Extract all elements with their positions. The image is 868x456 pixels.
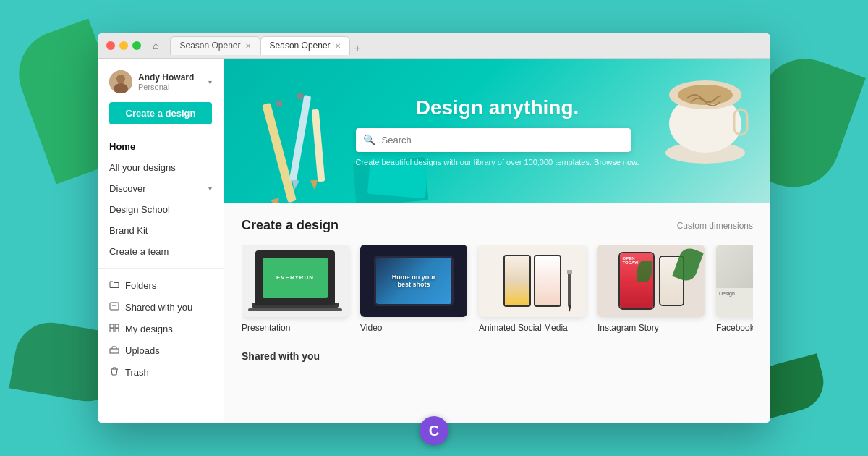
shared-section: Shared with you: [224, 347, 770, 381]
nav-label: Discover: [109, 183, 146, 194]
svg-rect-23: [568, 270, 571, 306]
tab-close-icon[interactable]: ✕: [335, 42, 341, 50]
browser-window: ⌂ Season Opener ✕ Season Opener ✕ +: [98, 33, 770, 423]
phone-landscape: Home on yourbest shots: [374, 256, 454, 306]
design-cards-list: EVERYRUN Presentation: [242, 245, 753, 333]
user-profile[interactable]: Andy Howard Personal ▾: [98, 67, 224, 102]
svg-marker-17: [310, 180, 318, 191]
design-card-social[interactable]: Animated Social Media: [479, 245, 586, 333]
card-thumbnail: OPENTODAY!: [597, 245, 705, 317]
user-info: Andy Howard Personal: [138, 72, 203, 91]
design-card-video[interactable]: Home on yourbest shots Video: [360, 245, 467, 333]
sidebar: Andy Howard Personal ▾ Create a design H…: [98, 59, 224, 423]
browser-tabs: Season Opener ✕ Season Opener ✕ +: [170, 36, 365, 55]
coffee-decoration: [655, 59, 756, 167]
nav-label: My designs: [125, 324, 173, 334]
nav-label: Trash: [125, 367, 149, 378]
design-card-facebook[interactable]: Design Facebook Po: [716, 245, 753, 333]
svg-rect-9: [110, 349, 119, 353]
browser-tab-1[interactable]: Season Opener ✕: [170, 36, 260, 55]
main-content: Design anything. 🔍 Create beautiful desi…: [224, 59, 770, 423]
chevron-down-icon: ▾: [208, 185, 212, 193]
phone-screen-1: [505, 256, 529, 305]
trash-icon: [109, 366, 119, 379]
sidebar-item-all-designs[interactable]: All your designs: [98, 157, 224, 178]
custom-dimensions-link[interactable]: Custom dimensions: [677, 221, 753, 231]
browser-content: Andy Howard Personal ▾ Create a design H…: [98, 59, 770, 423]
card-label: Presentation: [242, 323, 349, 333]
sidebar-item-discover[interactable]: Discover ▾: [98, 178, 224, 199]
nav-label: Uploads: [125, 345, 160, 356]
hero-title: Design anything.: [356, 96, 639, 119]
shared-section-title: Shared with you: [242, 350, 753, 362]
home-tab-icon[interactable]: ⌂: [153, 40, 158, 51]
search-container: 🔍: [356, 128, 639, 152]
pencil-decoration: [260, 88, 362, 203]
browse-link[interactable]: Browse now.: [594, 158, 639, 166]
hero-subtitle: Create beautiful designs with our librar…: [356, 158, 639, 166]
sidebar-item-uploads[interactable]: Uploads: [98, 339, 224, 361]
tab-label: Season Opener: [179, 41, 240, 51]
nav-label: Design School: [109, 204, 170, 215]
chevron-down-icon: ▾: [208, 78, 212, 86]
avatar: [109, 70, 132, 93]
designs-icon: [109, 323, 119, 334]
nav-label: Brand Kit: [109, 225, 148, 236]
avatar-image: [109, 70, 132, 93]
sidebar-item-create-team[interactable]: Create a team: [98, 241, 224, 262]
browser-tab-2[interactable]: Season Opener ✕: [260, 36, 350, 55]
traffic-light-green[interactable]: [132, 41, 141, 50]
hero-banner: Design anything. 🔍 Create beautiful desi…: [224, 59, 770, 203]
card-label: Video: [360, 323, 467, 333]
nav-divider: [98, 268, 224, 269]
card-label: Animated Social Media: [479, 323, 586, 333]
traffic-light-yellow[interactable]: [119, 41, 128, 50]
svg-rect-8: [115, 329, 119, 332]
new-tab-button[interactable]: +: [350, 42, 365, 55]
nav-label: Home: [109, 141, 135, 152]
user-plan: Personal: [138, 83, 203, 91]
sidebar-item-trash[interactable]: Trash: [98, 361, 224, 384]
nav-label: Shared with you: [125, 302, 192, 313]
sidebar-item-my-designs[interactable]: My designs: [98, 318, 224, 339]
nav-label: Folders: [125, 280, 156, 291]
hero-search-input[interactable]: [356, 128, 631, 152]
pen-decoration: [561, 270, 579, 313]
card-thumbnail: Design: [716, 245, 753, 317]
svg-rect-7: [110, 329, 114, 332]
leaf-decoration: [637, 261, 652, 282]
phone-screen: Home on yourbest shots: [376, 258, 451, 304]
sidebar-item-folders[interactable]: Folders: [98, 274, 224, 296]
traffic-light-red[interactable]: [106, 41, 115, 50]
canva-logo: C: [420, 416, 448, 445]
svg-rect-12: [276, 100, 283, 107]
tab-label: Season Opener: [270, 41, 331, 51]
svg-rect-10: [262, 103, 297, 203]
phone-screen-2: [535, 256, 560, 305]
card-thumbnail: EVERYRUN: [242, 245, 349, 317]
sidebar-item-design-school[interactable]: Design School: [98, 199, 224, 220]
phone-1: [503, 255, 531, 307]
card-thumbnail: Home on yourbest shots: [360, 245, 467, 317]
sidebar-item-brand-kit[interactable]: Brand Kit: [98, 220, 224, 241]
svg-point-1: [116, 75, 125, 83]
nav-label: Create a team: [109, 246, 169, 257]
svg-marker-11: [271, 198, 281, 203]
sidebar-item-home[interactable]: Home: [98, 136, 224, 157]
svg-rect-15: [297, 93, 303, 99]
create-design-section: Create a design Custom dimensions EVERYR…: [224, 203, 770, 347]
svg-rect-16: [312, 109, 326, 182]
section-title: Create a design: [242, 218, 339, 233]
user-name: Andy Howard: [138, 72, 203, 83]
hero-text-area: Design anything. 🔍 Create beautiful desi…: [356, 96, 639, 166]
svg-rect-3: [110, 303, 119, 310]
sidebar-item-shared[interactable]: Shared with you: [98, 296, 224, 318]
design-card-instagram[interactable]: OPENTODAY!: [597, 245, 705, 333]
laptop-bottom: [248, 308, 342, 311]
svg-rect-6: [115, 324, 119, 328]
instagram-text: OPENTODAY!: [623, 256, 639, 265]
design-card-presentation[interactable]: EVERYRUN Presentation: [242, 245, 349, 333]
tab-close-icon[interactable]: ✕: [245, 42, 251, 50]
traffic-lights: [106, 41, 141, 50]
create-design-button[interactable]: Create a design: [109, 102, 212, 124]
